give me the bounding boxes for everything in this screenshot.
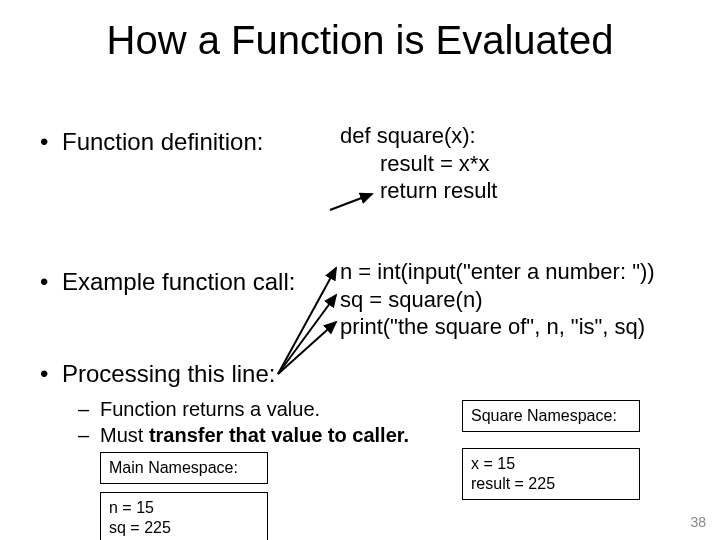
sq-ns-x: x = 15	[471, 454, 631, 474]
sq-ns-result: result = 225	[471, 474, 631, 494]
page-number: 38	[690, 514, 706, 530]
bullet-processing: Processing this line:	[62, 360, 275, 388]
code-call-line1: n = int(input("enter a number: "))	[340, 258, 655, 286]
code-def-body1: result = x*x	[340, 150, 497, 178]
bullet-definition: Function definition:	[62, 128, 263, 156]
bullet-example: Example function call:	[62, 268, 295, 296]
slide-title: How a Function is Evaluated	[0, 18, 720, 63]
square-namespace-values: x = 15 result = 225	[462, 448, 640, 500]
code-definition: def square(x): result = x*x return resul…	[340, 122, 497, 205]
sub-returns-value: Function returns a value.	[100, 398, 320, 421]
square-namespace-label: Square Namespace:	[462, 400, 640, 432]
main-ns-sq: sq = 225	[109, 518, 259, 538]
code-call-line3: print("the square of", n, "is", sq)	[340, 313, 655, 341]
main-namespace-label: Main Namespace:	[100, 452, 268, 484]
main-namespace-values: n = 15 sq = 225	[100, 492, 268, 540]
svg-line-2	[278, 322, 336, 374]
code-def-body2: return result	[340, 177, 497, 205]
svg-line-1	[278, 295, 336, 374]
code-call: n = int(input("enter a number: ")) sq = …	[340, 258, 655, 341]
sub-transfer-value: Must transfer that value to caller.	[100, 424, 409, 447]
code-def-line: def square(x):	[340, 123, 476, 148]
sub-transfer-prefix: Must	[100, 424, 149, 446]
sub-transfer-bold: transfer that value to caller.	[149, 424, 409, 446]
slide: How a Function is Evaluated Function def…	[0, 0, 720, 540]
main-ns-n: n = 15	[109, 498, 259, 518]
code-call-line2: sq = square(n)	[340, 286, 655, 314]
